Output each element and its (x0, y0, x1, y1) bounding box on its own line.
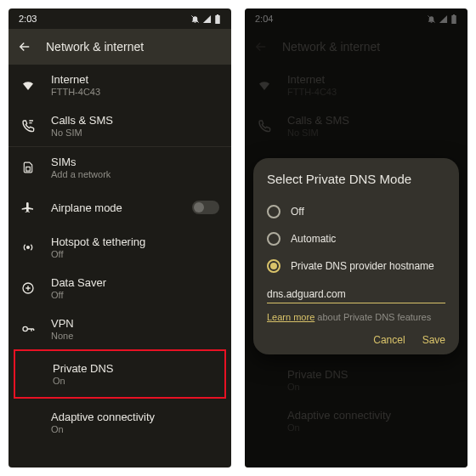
row-vpn[interactable]: VPN None (8, 309, 231, 349)
bell-off-icon (190, 14, 200, 24)
row-sims[interactable]: SIMs Add a network (8, 147, 231, 188)
row-label: Internet (51, 73, 219, 86)
row-sub: Off (51, 249, 219, 259)
status-bar: 2:03 (8, 8, 231, 29)
battery-icon (214, 14, 221, 24)
highlight-private-dns: Private DNS On (14, 349, 226, 399)
svg-point-6 (23, 326, 27, 331)
row-label: Hotspot & tethering (51, 235, 219, 248)
row-hotspot[interactable]: Hotspot & tethering Off (8, 227, 231, 268)
row-calls[interactable]: Calls & SMS No SIM (8, 105, 231, 146)
svg-point-4 (27, 246, 30, 249)
radio-icon (267, 232, 280, 246)
clock: 2:03 (19, 14, 37, 24)
row-sub: None (51, 331, 219, 341)
dns-hostname-input[interactable]: dns.adguard.com (267, 285, 445, 303)
learn-more-rest: about Private DNS features (314, 312, 431, 322)
svg-rect-1 (215, 15, 220, 24)
row-label: Adaptive connectivity (51, 411, 219, 423)
radio-automatic[interactable]: Automatic (267, 225, 445, 252)
learn-more-text: Learn more about Private DNS features (267, 312, 445, 322)
row-label: Private DNS (53, 362, 218, 375)
row-label: Airplane mode (51, 201, 177, 214)
svg-rect-2 (217, 14, 218, 15)
svg-rect-3 (26, 167, 31, 171)
row-adaptive[interactable]: Adaptive connectivity On (8, 402, 231, 443)
radio-off[interactable]: Off (267, 198, 445, 225)
private-dns-dialog: Select Private DNS Mode Off Automatic Pr… (253, 158, 459, 354)
app-bar: Network & internet (8, 29, 231, 65)
row-label: Data Saver (51, 276, 219, 289)
wifi-icon (20, 77, 36, 93)
datasaver-icon (20, 281, 36, 295)
row-sub: FTTH-4C43 (51, 87, 219, 97)
row-private-dns[interactable]: Private DNS On (15, 354, 224, 394)
row-sub: Off (51, 290, 219, 300)
signal-icon (202, 14, 212, 24)
airplane-switch[interactable] (192, 201, 219, 214)
settings-list: Internet FTTH-4C43 Calls & SMS No SIM SI… (8, 65, 231, 443)
hotspot-icon (20, 241, 36, 254)
vpn-icon (20, 322, 36, 336)
status-icons (190, 14, 221, 24)
row-sub: On (53, 376, 218, 386)
phone-left: 2:03 Network & internet Internet FTTH-4C… (8, 8, 231, 468)
row-label: SIMs (51, 156, 219, 168)
cancel-button[interactable]: Cancel (373, 334, 405, 346)
phone-icon (20, 119, 36, 133)
learn-more-link[interactable]: Learn more (267, 312, 314, 322)
dialog-title: Select Private DNS Mode (267, 172, 445, 186)
row-datasaver[interactable]: Data Saver Off (8, 268, 231, 309)
row-sub: No SIM (51, 128, 219, 138)
back-icon[interactable] (17, 39, 32, 54)
row-label: Calls & SMS (51, 114, 219, 127)
radio-icon (267, 259, 280, 273)
radio-icon (267, 205, 280, 218)
radio-hostname[interactable]: Private DNS provider hostname (267, 252, 445, 280)
sim-icon (20, 161, 36, 174)
row-label: VPN (51, 317, 219, 330)
page-title: Network & internet (46, 40, 144, 54)
row-sub: Add a network (51, 169, 219, 179)
row-airplane[interactable]: Airplane mode (8, 188, 231, 227)
radio-label: Private DNS provider hostname (291, 260, 434, 272)
radio-label: Off (291, 206, 304, 218)
phone-right: 2:04 Network & internet Internet FTTH-4C… (245, 8, 468, 468)
airplane-icon (20, 201, 36, 214)
row-internet[interactable]: Internet FTTH-4C43 (8, 65, 231, 105)
row-sub: On (51, 424, 219, 434)
save-button[interactable]: Save (422, 334, 445, 346)
radio-label: Automatic (291, 233, 336, 245)
